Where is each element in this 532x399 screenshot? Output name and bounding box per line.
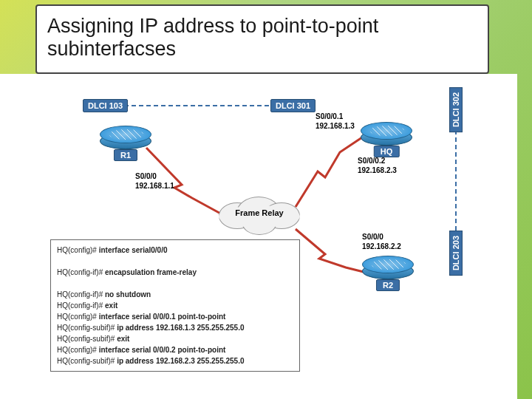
cli-line [57,278,293,289]
dlci-203-label: DLCI 203 [449,231,463,276]
frame-relay-cloud: Frame Relay [219,192,300,236]
r1-iface-text: S0/0/0192.168.1.1 [135,172,174,191]
cli-line: HQ(config-if)# no shutdown [57,289,293,300]
cli-line: HQ(config)# interface serial 0/0/0.1 poi… [57,311,293,322]
cli-line: HQ(config)# interface serial0/0/0 [57,245,293,256]
r2-iface-text: S0/0/0192.168.2.2 [362,233,401,251]
dlci-301-label: DLCI 301 [270,99,316,112]
hq-sub1-text: S0/0/0.1192.168.1.3 [316,112,355,131]
router-r2-label: R2 [376,279,400,291]
router-r1-label: R1 [114,149,137,161]
cli-line: HQ(config-subif)# exit [57,333,293,344]
cli-line: HQ(config-if)# exit [57,300,293,311]
cli-commands: HQ(config)# interface serial0/0/0 HQ(con… [50,239,300,372]
hq-sub2-text: S0/0/0.2192.168.2.3 [358,157,397,175]
cli-line [57,256,293,267]
cli-line: HQ(config-if)# encapsulation frame-relay [57,267,293,278]
router-r2: R2 [362,256,414,285]
dlci-103-label: DLCI 103 [83,99,128,112]
router-r1: R1 [100,126,151,155]
cli-line: HQ(config)# interface serial 0/0/0.2 poi… [57,344,293,355]
cli-line: HQ(config-subif)# ip address 192.168.2.3… [57,355,293,366]
router-hq-label: HQ [374,146,400,157]
cloud-label: Frame Relay [219,208,300,217]
slide-title: Assigning IP address to point-to-point s… [35,4,489,74]
cli-line: HQ(config-subif)# ip address 192.168.1.3… [57,322,293,333]
dlci-302-label: DLCI 302 [449,87,463,132]
router-hq: HQ [361,122,412,151]
